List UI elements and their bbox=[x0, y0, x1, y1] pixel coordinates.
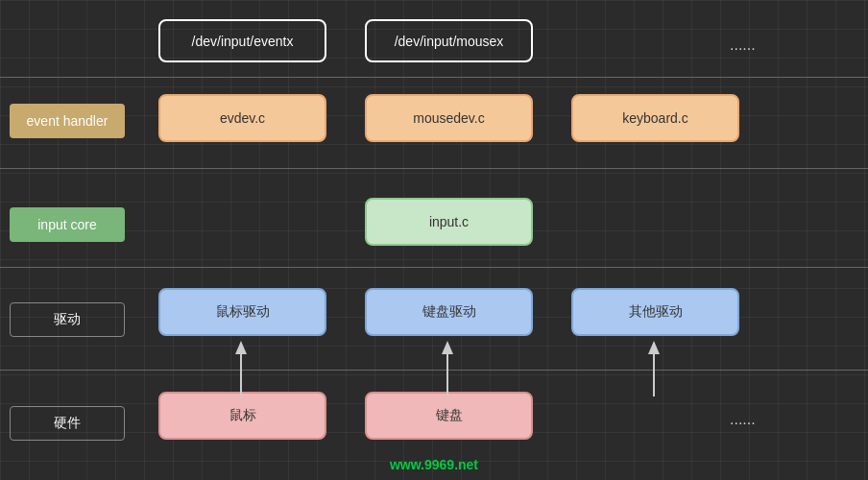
divider-line-4 bbox=[0, 370, 868, 371]
arrow-col1 bbox=[234, 341, 248, 396]
arrow-col3 bbox=[647, 341, 661, 396]
row-label-input-core: input core bbox=[10, 207, 125, 242]
diagram-container: event handler input core 驱动 硬件 /dev/inpu… bbox=[0, 0, 868, 480]
device-file-mousex: /dev/input/mousex bbox=[365, 19, 533, 62]
row-label-hardware: 硬件 bbox=[10, 406, 125, 441]
box-evdev: evdev.c bbox=[158, 94, 326, 142]
divider-line-1 bbox=[0, 77, 868, 78]
svg-marker-1 bbox=[235, 341, 247, 354]
box-mousedev: mousedev.c bbox=[365, 94, 533, 142]
box-keyboard: keyboard.c bbox=[571, 94, 739, 142]
divider-line-3 bbox=[0, 267, 868, 268]
hardware-ellipsis: ...... bbox=[730, 411, 756, 428]
svg-marker-5 bbox=[648, 341, 660, 354]
watermark: www.9969.net bbox=[390, 457, 478, 472]
row-label-driver: 驱动 bbox=[10, 302, 125, 337]
box-input-c: input.c bbox=[365, 198, 533, 246]
box-other-driver: 其他驱动 bbox=[571, 288, 739, 336]
device-file-ellipsis: ...... bbox=[730, 36, 756, 54]
box-keyboard-driver: 键盘驱动 bbox=[365, 288, 533, 336]
svg-marker-3 bbox=[442, 341, 453, 354]
divider-line-2 bbox=[0, 168, 868, 169]
box-mouse-hw: 鼠标 bbox=[158, 392, 326, 440]
box-keyboard-hw: 键盘 bbox=[365, 392, 533, 440]
arrow-col2 bbox=[441, 341, 454, 396]
row-label-event-handler: event handler bbox=[10, 104, 125, 138]
box-mouse-driver: 鼠标驱动 bbox=[158, 288, 326, 336]
device-file-eventx: /dev/input/eventx bbox=[158, 19, 326, 62]
